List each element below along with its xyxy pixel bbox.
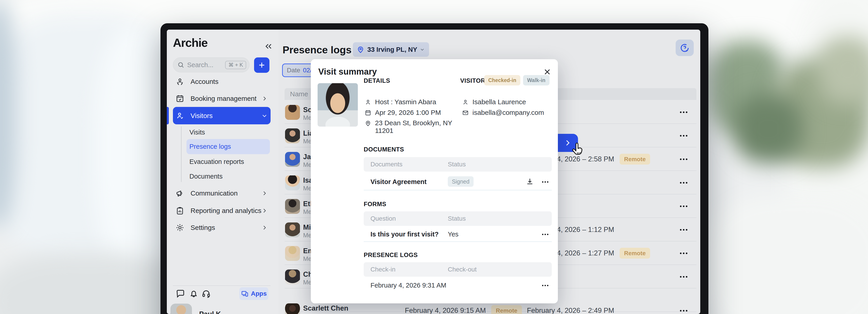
subnav-connector	[181, 126, 182, 182]
visitor-avatar	[285, 303, 300, 314]
walk-in-badge: Walk-in	[523, 75, 550, 86]
row-menu-button[interactable]	[678, 100, 689, 124]
row-menu-button[interactable]	[678, 265, 689, 288]
sidebar-item-reporting-analytics[interactable]: Reporting and analytics	[173, 204, 271, 218]
user-avatar[interactable]	[170, 304, 192, 314]
page-title: Presence logs	[283, 44, 351, 56]
chevron-right-icon	[563, 139, 572, 147]
row-menu-button[interactable]	[678, 124, 689, 147]
divider	[364, 242, 552, 242]
chat-icon[interactable]	[176, 289, 185, 299]
chevron-down-icon	[420, 47, 425, 52]
row-menu-button[interactable]	[678, 147, 689, 171]
sidebar-item-evacuation-reports[interactable]: Evacuation reports	[186, 155, 270, 168]
documents-table-header: Documents Status	[364, 157, 552, 171]
location-selector[interactable]: 33 Irving PL, NY	[353, 42, 429, 57]
apps-button[interactable]: Apps	[239, 287, 268, 300]
search-icon	[177, 61, 184, 68]
form-question: Is this your first visit?	[370, 230, 438, 238]
collapse-sidebar-button[interactable]	[264, 41, 274, 51]
search-placeholder: Search...	[187, 61, 225, 69]
search-shortcut: ⌘ + K	[225, 61, 246, 69]
chevron-right-icon	[261, 208, 268, 214]
chevron-right-icon	[261, 190, 268, 196]
active-section-indicator	[167, 107, 169, 124]
mail-icon	[462, 109, 469, 116]
visitor-avatar	[285, 199, 300, 214]
row-menu-button[interactable]	[678, 242, 689, 265]
document-menu-button[interactable]	[540, 174, 550, 190]
sidebar-item-visitors[interactable]: Visitors	[173, 107, 271, 124]
location-pin-icon	[365, 120, 371, 127]
app-screen: Archie Search... ⌘ + K Accounts Booking …	[167, 30, 700, 314]
gear-icon	[176, 223, 184, 232]
visitor-avatar	[285, 176, 300, 190]
chevron-right-icon	[261, 225, 268, 230]
row-menu-button[interactable]	[678, 171, 689, 194]
checked-in-badge: Checked-in	[484, 75, 520, 86]
presence-logs-section-label: PRESENCE LOGS	[364, 252, 418, 259]
document-name: Visitor Agreement	[370, 178, 427, 186]
host-row: Host : Yasmin Abara	[365, 98, 436, 106]
check-out-value: February 4, 2026 – 2:49 PM	[527, 307, 614, 314]
visitor-avatar	[285, 270, 300, 284]
report-icon	[176, 206, 184, 215]
row-menu-button[interactable]	[678, 194, 689, 218]
user-name: Paul K	[199, 310, 221, 314]
visitor-email-row: isabella@company.com	[462, 109, 544, 117]
visitor-avatar	[285, 246, 300, 261]
person-icon	[462, 99, 469, 105]
remote-badge: Remote	[491, 305, 522, 314]
form-row: Is this your first visit? Yes	[364, 226, 552, 242]
help-button[interactable]	[676, 39, 694, 56]
row-menu-button[interactable]	[678, 218, 689, 242]
visitor-section-label: VISITOR	[460, 77, 485, 84]
person-icon	[365, 99, 371, 105]
sidebar-divider	[173, 285, 271, 286]
remote-badge: Remote	[620, 154, 650, 164]
visit-summary-modal: Visit summary DETAILS Host : Yasmin Abar…	[311, 59, 558, 303]
signed-badge: Signed	[448, 176, 473, 187]
check-in-value: February 4, 2026 9:15 AM	[405, 307, 486, 314]
sidebar-item-booking-management[interactable]: Booking management	[173, 92, 271, 105]
address-row: 23 Dean St, Brooklyn, NY11201	[365, 119, 452, 134]
forms-section-label: FORMS	[364, 201, 386, 208]
modal-title: Visit summary	[318, 67, 377, 76]
add-button[interactable]	[254, 57, 270, 73]
visitor-photo	[318, 83, 358, 127]
download-icon[interactable]	[526, 177, 534, 186]
megaphone-icon	[176, 189, 184, 198]
document-row: Visitor Agreement Signed	[364, 174, 552, 190]
visitor-avatar	[285, 222, 300, 238]
sidebar-item-settings[interactable]: Settings	[173, 221, 271, 234]
mouse-pointer-icon	[571, 142, 585, 157]
visitor-name-row: Isabella Laurence	[462, 98, 526, 106]
presence-table-header: Check-in Check-out	[364, 262, 552, 277]
visitor-name: Scarlett Chen	[303, 304, 348, 312]
chevron-right-icon	[261, 96, 268, 101]
help-question-icon	[680, 43, 690, 53]
form-answer: Yes	[448, 230, 458, 238]
headset-icon[interactable]	[201, 289, 211, 299]
apps-icon	[241, 290, 249, 297]
sidebar-item-communication[interactable]: Communication	[173, 186, 271, 200]
sidebar-item-presence-logs[interactable]: Presence logs	[186, 139, 270, 154]
form-menu-button[interactable]	[540, 226, 550, 242]
presence-check-in: February 4, 2026 9:31 AM	[370, 282, 446, 289]
chevron-down-icon	[261, 113, 268, 119]
location-pin-icon	[356, 45, 365, 54]
column-name: Name	[290, 90, 308, 98]
presence-menu-button[interactable]	[540, 278, 550, 293]
sidebar-item-documents[interactable]: Documents	[186, 170, 270, 183]
forms-table-header: Question Status	[364, 211, 552, 226]
visitor-avatar	[285, 152, 300, 167]
sidebar-item-visits[interactable]: Visits	[186, 126, 270, 138]
divider	[364, 190, 552, 190]
search-input[interactable]: Search... ⌘ + K	[173, 57, 250, 72]
sidebar: Archie Search... ⌘ + K Accounts Booking …	[167, 30, 279, 314]
sidebar-item-accounts[interactable]: Accounts	[173, 74, 271, 89]
row-menu-button[interactable]	[678, 299, 689, 314]
notifications-bell-icon[interactable]	[189, 289, 199, 299]
visitor-avatar	[285, 105, 300, 120]
monitor-frame: Archie Search... ⌘ + K Accounts Booking …	[160, 23, 708, 314]
